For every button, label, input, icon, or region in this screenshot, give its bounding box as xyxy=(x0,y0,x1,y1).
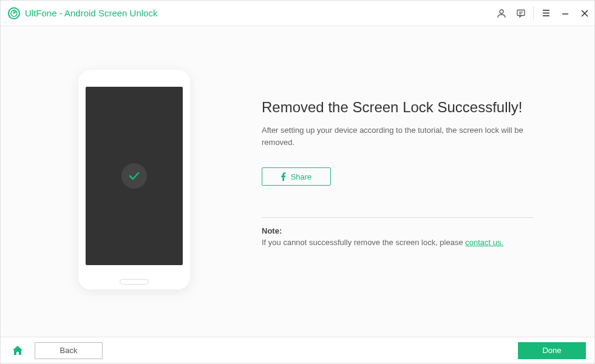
success-check-icon xyxy=(121,163,147,189)
phone-screen xyxy=(86,87,183,265)
success-subtext: After setting up your device according t… xyxy=(262,124,534,148)
done-button[interactable]: Done xyxy=(518,342,586,359)
svg-point-2 xyxy=(500,10,503,13)
titlebar-divider xyxy=(533,7,534,20)
note-label: Note: xyxy=(262,226,534,235)
share-button[interactable]: Share xyxy=(262,167,331,186)
share-button-label: Share xyxy=(291,172,312,181)
note-divider xyxy=(262,217,534,218)
home-icon[interactable] xyxy=(9,342,26,359)
success-headline: Removed the Screen Lock Successfully! xyxy=(262,99,534,116)
app-logo-icon xyxy=(8,7,20,19)
note-text: If you cannot successfully remove the sc… xyxy=(262,238,534,247)
phone-home-button xyxy=(120,279,149,285)
phone-column xyxy=(31,62,237,312)
minimize-icon[interactable] xyxy=(556,1,575,26)
feedback-icon[interactable] xyxy=(511,1,531,26)
note-text-content: If you cannot successfully remove the sc… xyxy=(262,238,465,247)
contact-us-link[interactable]: contact us. xyxy=(465,238,503,247)
user-icon[interactable] xyxy=(492,1,511,26)
menu-icon[interactable] xyxy=(536,1,556,26)
phone-mockup xyxy=(78,70,190,289)
text-column: Removed the Screen Lock Successfully! Af… xyxy=(237,62,564,312)
content-area: Removed the Screen Lock Successfully! Af… xyxy=(1,26,594,337)
footer-bar: Back Done xyxy=(1,337,594,363)
app-title: UltFone - Android Screen Unlock xyxy=(25,8,492,18)
facebook-icon xyxy=(281,172,286,181)
svg-rect-3 xyxy=(517,10,525,15)
back-button[interactable]: Back xyxy=(35,342,103,359)
titlebar: UltFone - Android Screen Unlock xyxy=(1,1,594,26)
close-icon[interactable] xyxy=(575,1,594,26)
titlebar-controls xyxy=(492,1,594,25)
